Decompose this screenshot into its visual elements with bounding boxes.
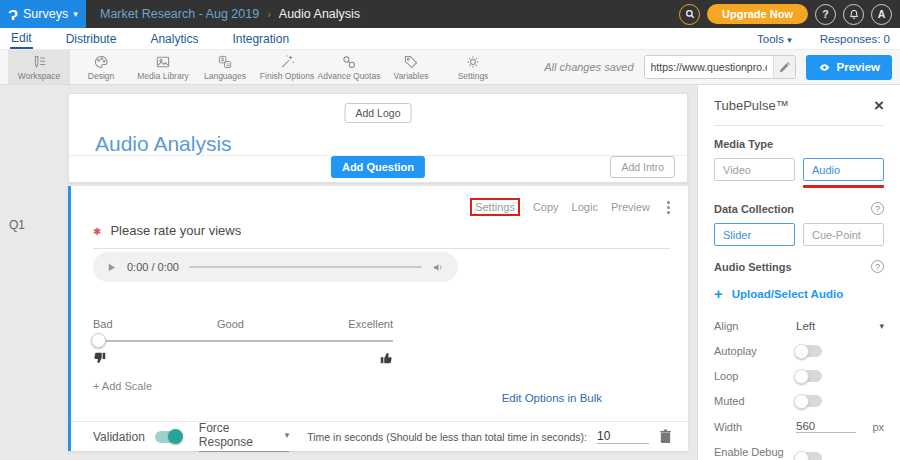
add-scale-link[interactable]: + Add Scale — [93, 380, 152, 392]
question-preview-link[interactable]: Preview — [611, 201, 650, 213]
question-logic-link[interactable]: Logic — [572, 201, 598, 213]
audio-highlight-annotation — [803, 185, 884, 188]
enable-debug-mode-label: Enable Debug Mode — [714, 446, 796, 460]
slider-handle[interactable] — [91, 333, 106, 348]
surveys-menu[interactable]: Ɂ Surveys ▾ — [0, 0, 86, 28]
autoplay-toggle[interactable] — [796, 345, 822, 357]
breadcrumb-separator: › — [267, 8, 271, 20]
validation-toggle[interactable] — [155, 431, 181, 443]
questionpro-survey-editor: Ɂ Surveys ▾ Market Research - Aug 2019 ›… — [0, 0, 900, 460]
avatar[interactable]: A — [871, 4, 892, 25]
scale-label-excellent[interactable]: Excellent — [348, 318, 393, 330]
question-text-row: ✱ Please rate your views — [93, 223, 670, 249]
breadcrumb-page: Audio Analysis — [279, 7, 360, 21]
toolbar-item-media-library[interactable]: Media Library — [132, 50, 194, 84]
tab-integration[interactable]: Integration — [231, 30, 290, 48]
survey-title[interactable]: Audio Analysis — [95, 132, 232, 156]
question-copy-link[interactable]: Copy — [533, 201, 559, 213]
px-suffix: px — [872, 421, 884, 433]
image-icon — [155, 54, 171, 70]
thumbs-up-icon — [379, 351, 393, 365]
width-input[interactable] — [796, 420, 856, 433]
tools-dropdown[interactable]: Tools ▾ — [757, 33, 792, 45]
surveys-menu-label: Surveys — [23, 7, 68, 21]
muted-label: Muted — [714, 395, 796, 407]
align-select[interactable]: Left ▾ — [796, 320, 884, 332]
align-label: Align — [714, 320, 796, 332]
toolbar-item-workspace[interactable]: Workspace — [8, 50, 70, 84]
bell-icon — [848, 8, 860, 20]
autoplay-label: Autoplay — [714, 345, 796, 357]
audio-progress-bar[interactable] — [189, 266, 422, 268]
add-question-button[interactable]: Add Question — [331, 156, 425, 178]
delete-question-button[interactable] — [659, 429, 672, 444]
tab-distribute[interactable]: Distribute — [65, 30, 118, 48]
align-value: Left — [796, 320, 815, 332]
time-in-seconds-input[interactable] — [597, 429, 649, 444]
chevron-down-icon: ▾ — [73, 9, 78, 19]
magic-wand-icon — [279, 54, 295, 70]
scale-labels: Bad Good Excellent — [93, 318, 393, 330]
upgrade-now-button[interactable]: Upgrade Now — [707, 4, 808, 24]
scale-label-good[interactable]: Good — [217, 318, 244, 330]
toolbar-item-languages[interactable]: A Languages — [194, 50, 256, 84]
chevron-down-icon: ▾ — [787, 35, 792, 45]
help-icon[interactable]: ? — [871, 260, 884, 273]
data-collection-label: Data Collection — [714, 203, 794, 215]
save-status: All changes saved — [544, 61, 633, 73]
slider-track[interactable] — [93, 333, 393, 349]
rating-scale: Bad Good Excellent — [93, 318, 393, 365]
align-row: Align Left ▾ — [714, 320, 884, 332]
width-label: Width — [714, 421, 796, 433]
debug-mode-toggle[interactable] — [796, 452, 822, 460]
search-button[interactable] — [679, 4, 700, 25]
eye-icon — [818, 61, 831, 74]
responses-count[interactable]: Responses: 0 — [820, 33, 890, 45]
play-icon[interactable] — [106, 262, 117, 273]
validation-row: Validation Force Response ▾ Time in seco… — [71, 421, 688, 451]
notifications-button[interactable] — [843, 4, 864, 25]
help-icon[interactable]: ? — [871, 202, 884, 215]
data-collection-cue-point-button[interactable]: Cue-Point — [803, 223, 884, 246]
help-button[interactable]: ? — [815, 4, 836, 25]
toolbar-item-design[interactable]: Design — [70, 50, 132, 84]
divider — [714, 125, 884, 126]
add-intro-button[interactable]: Add Intro — [610, 156, 675, 178]
kebab-menu-icon[interactable] — [663, 199, 674, 216]
muted-toggle[interactable] — [796, 395, 822, 407]
edit-options-in-bulk-link[interactable]: Edit Options in Bulk — [502, 392, 602, 404]
loop-toggle[interactable] — [796, 370, 822, 382]
speaker-icon[interactable] — [432, 261, 445, 274]
toolbar-item-advance-quotas[interactable]: Advance Quotas — [318, 50, 380, 84]
toolbar-item-settings[interactable]: Settings — [442, 50, 504, 84]
force-response-dropdown[interactable]: Force Response ▾ — [199, 421, 289, 452]
tab-edit[interactable]: Edit — [10, 29, 33, 49]
question-settings-link[interactable]: Settings — [470, 198, 520, 216]
edit-url-button[interactable] — [773, 56, 795, 78]
survey-card: Add Logo Audio Analysis Add Question Add… — [68, 93, 688, 451]
data-collection-slider-button[interactable]: Slider — [714, 223, 795, 246]
survey-url-input[interactable] — [645, 56, 773, 78]
media-type-audio-button[interactable]: Audio — [803, 158, 884, 181]
toolbar-item-finish-options[interactable]: Finish Options — [256, 50, 318, 84]
close-icon[interactable]: × — [874, 97, 884, 114]
tab-analytics[interactable]: Analytics — [149, 30, 199, 48]
survey-header-footer: Add Question Add Intro — [69, 155, 687, 182]
question-text[interactable]: Please rate your views — [110, 223, 241, 238]
plus-icon: + — [714, 285, 723, 302]
svg-text:A: A — [226, 61, 230, 67]
upload-select-audio-link[interactable]: + Upload/Select Audio — [714, 285, 884, 302]
muted-row: Muted — [714, 395, 884, 407]
scale-label-bad[interactable]: Bad — [93, 318, 113, 330]
media-type-video-button[interactable]: Video — [714, 158, 795, 181]
time-in-seconds-label: Time in seconds (Should be less than tot… — [307, 431, 587, 443]
toolbar-item-variables[interactable]: Variables — [380, 50, 442, 84]
editor-toolbar: Workspace Design Media Library A Languag… — [0, 49, 900, 85]
question-index-label: Q1 — [9, 218, 25, 232]
media-type-options: Video Audio — [714, 158, 884, 188]
panel-title: TubePulse™ — [714, 98, 789, 113]
add-logo-button[interactable]: Add Logo — [345, 103, 412, 123]
pencil-icon — [779, 62, 790, 73]
breadcrumb-project[interactable]: Market Research - Aug 2019 — [100, 7, 259, 21]
preview-button[interactable]: Preview — [806, 55, 892, 80]
